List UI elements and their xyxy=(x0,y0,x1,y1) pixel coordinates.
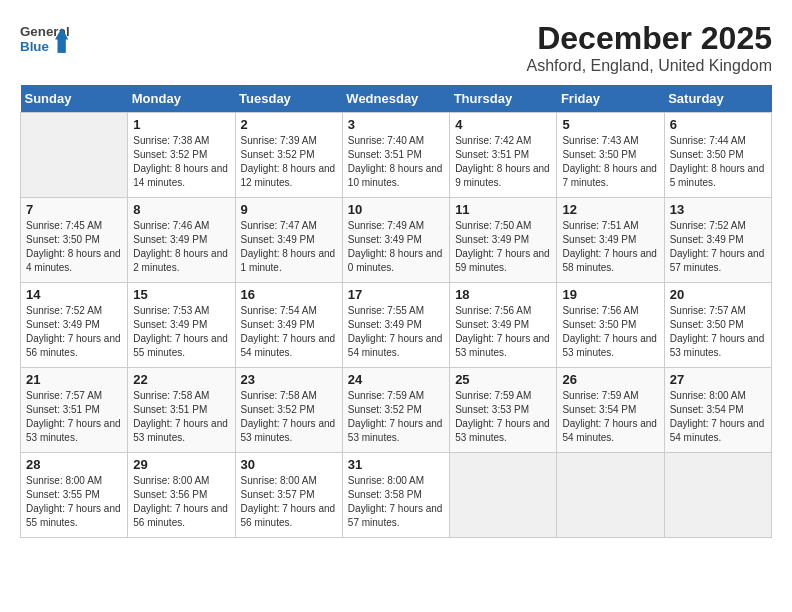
day-number: 12 xyxy=(562,202,658,217)
calendar-table: SundayMondayTuesdayWednesdayThursdayFrid… xyxy=(20,85,772,538)
calendar-cell: 15Sunrise: 7:53 AM Sunset: 3:49 PM Dayli… xyxy=(128,283,235,368)
day-number: 8 xyxy=(133,202,229,217)
calendar-cell: 22Sunrise: 7:58 AM Sunset: 3:51 PM Dayli… xyxy=(128,368,235,453)
day-number: 13 xyxy=(670,202,766,217)
calendar-location: Ashford, England, United Kingdom xyxy=(527,57,772,75)
calendar-cell: 25Sunrise: 7:59 AM Sunset: 3:53 PM Dayli… xyxy=(450,368,557,453)
cell-info: Sunrise: 7:38 AM Sunset: 3:52 PM Dayligh… xyxy=(133,134,229,190)
cell-info: Sunrise: 8:00 AM Sunset: 3:55 PM Dayligh… xyxy=(26,474,122,530)
day-number: 26 xyxy=(562,372,658,387)
logo-icon: General Blue xyxy=(20,20,70,60)
calendar-cell: 14Sunrise: 7:52 AM Sunset: 3:49 PM Dayli… xyxy=(21,283,128,368)
logo: General Blue xyxy=(20,20,70,60)
cell-info: Sunrise: 8:00 AM Sunset: 3:56 PM Dayligh… xyxy=(133,474,229,530)
cell-info: Sunrise: 7:51 AM Sunset: 3:49 PM Dayligh… xyxy=(562,219,658,275)
calendar-cell: 20Sunrise: 7:57 AM Sunset: 3:50 PM Dayli… xyxy=(664,283,771,368)
cell-info: Sunrise: 7:46 AM Sunset: 3:49 PM Dayligh… xyxy=(133,219,229,275)
calendar-cell: 7Sunrise: 7:45 AM Sunset: 3:50 PM Daylig… xyxy=(21,198,128,283)
day-number: 22 xyxy=(133,372,229,387)
day-number: 5 xyxy=(562,117,658,132)
page-header: General Blue December 2025 Ashford, Engl… xyxy=(20,20,772,75)
header-saturday: Saturday xyxy=(664,85,771,113)
calendar-cell: 3Sunrise: 7:40 AM Sunset: 3:51 PM Daylig… xyxy=(342,113,449,198)
svg-text:Blue: Blue xyxy=(20,39,49,54)
cell-info: Sunrise: 7:44 AM Sunset: 3:50 PM Dayligh… xyxy=(670,134,766,190)
calendar-cell: 28Sunrise: 8:00 AM Sunset: 3:55 PM Dayli… xyxy=(21,453,128,538)
day-number: 20 xyxy=(670,287,766,302)
calendar-cell: 9Sunrise: 7:47 AM Sunset: 3:49 PM Daylig… xyxy=(235,198,342,283)
day-number: 31 xyxy=(348,457,444,472)
day-number: 11 xyxy=(455,202,551,217)
calendar-cell: 5Sunrise: 7:43 AM Sunset: 3:50 PM Daylig… xyxy=(557,113,664,198)
day-number: 30 xyxy=(241,457,337,472)
day-number: 6 xyxy=(670,117,766,132)
calendar-cell: 18Sunrise: 7:56 AM Sunset: 3:49 PM Dayli… xyxy=(450,283,557,368)
cell-info: Sunrise: 7:56 AM Sunset: 3:49 PM Dayligh… xyxy=(455,304,551,360)
calendar-cell: 27Sunrise: 8:00 AM Sunset: 3:54 PM Dayli… xyxy=(664,368,771,453)
cell-info: Sunrise: 7:52 AM Sunset: 3:49 PM Dayligh… xyxy=(670,219,766,275)
header-wednesday: Wednesday xyxy=(342,85,449,113)
day-number: 7 xyxy=(26,202,122,217)
cell-info: Sunrise: 7:55 AM Sunset: 3:49 PM Dayligh… xyxy=(348,304,444,360)
calendar-cell: 30Sunrise: 8:00 AM Sunset: 3:57 PM Dayli… xyxy=(235,453,342,538)
cell-info: Sunrise: 8:00 AM Sunset: 3:58 PM Dayligh… xyxy=(348,474,444,530)
calendar-cell: 24Sunrise: 7:59 AM Sunset: 3:52 PM Dayli… xyxy=(342,368,449,453)
day-number: 17 xyxy=(348,287,444,302)
day-number: 19 xyxy=(562,287,658,302)
calendar-week-row: 14Sunrise: 7:52 AM Sunset: 3:49 PM Dayli… xyxy=(21,283,772,368)
cell-info: Sunrise: 7:56 AM Sunset: 3:50 PM Dayligh… xyxy=(562,304,658,360)
cell-info: Sunrise: 7:53 AM Sunset: 3:49 PM Dayligh… xyxy=(133,304,229,360)
cell-info: Sunrise: 7:57 AM Sunset: 3:51 PM Dayligh… xyxy=(26,389,122,445)
day-number: 27 xyxy=(670,372,766,387)
day-number: 3 xyxy=(348,117,444,132)
day-number: 18 xyxy=(455,287,551,302)
day-number: 23 xyxy=(241,372,337,387)
cell-info: Sunrise: 7:58 AM Sunset: 3:51 PM Dayligh… xyxy=(133,389,229,445)
calendar-cell: 6Sunrise: 7:44 AM Sunset: 3:50 PM Daylig… xyxy=(664,113,771,198)
day-number: 25 xyxy=(455,372,551,387)
calendar-cell xyxy=(21,113,128,198)
cell-info: Sunrise: 7:58 AM Sunset: 3:52 PM Dayligh… xyxy=(241,389,337,445)
calendar-cell: 21Sunrise: 7:57 AM Sunset: 3:51 PM Dayli… xyxy=(21,368,128,453)
calendar-cell: 23Sunrise: 7:58 AM Sunset: 3:52 PM Dayli… xyxy=(235,368,342,453)
cell-info: Sunrise: 8:00 AM Sunset: 3:57 PM Dayligh… xyxy=(241,474,337,530)
calendar-cell: 4Sunrise: 7:42 AM Sunset: 3:51 PM Daylig… xyxy=(450,113,557,198)
calendar-cell: 8Sunrise: 7:46 AM Sunset: 3:49 PM Daylig… xyxy=(128,198,235,283)
calendar-cell: 10Sunrise: 7:49 AM Sunset: 3:49 PM Dayli… xyxy=(342,198,449,283)
header-thursday: Thursday xyxy=(450,85,557,113)
cell-info: Sunrise: 7:57 AM Sunset: 3:50 PM Dayligh… xyxy=(670,304,766,360)
svg-marker-2 xyxy=(58,38,66,53)
calendar-cell: 19Sunrise: 7:56 AM Sunset: 3:50 PM Dayli… xyxy=(557,283,664,368)
calendar-week-row: 21Sunrise: 7:57 AM Sunset: 3:51 PM Dayli… xyxy=(21,368,772,453)
calendar-header-row: SundayMondayTuesdayWednesdayThursdayFrid… xyxy=(21,85,772,113)
header-sunday: Sunday xyxy=(21,85,128,113)
calendar-cell: 31Sunrise: 8:00 AM Sunset: 3:58 PM Dayli… xyxy=(342,453,449,538)
cell-info: Sunrise: 7:49 AM Sunset: 3:49 PM Dayligh… xyxy=(348,219,444,275)
calendar-cell xyxy=(664,453,771,538)
cell-info: Sunrise: 8:00 AM Sunset: 3:54 PM Dayligh… xyxy=(670,389,766,445)
calendar-title: December 2025 xyxy=(527,20,772,57)
title-block: December 2025 Ashford, England, United K… xyxy=(527,20,772,75)
cell-info: Sunrise: 7:45 AM Sunset: 3:50 PM Dayligh… xyxy=(26,219,122,275)
calendar-cell xyxy=(557,453,664,538)
cell-info: Sunrise: 7:42 AM Sunset: 3:51 PM Dayligh… xyxy=(455,134,551,190)
day-number: 9 xyxy=(241,202,337,217)
calendar-cell: 11Sunrise: 7:50 AM Sunset: 3:49 PM Dayli… xyxy=(450,198,557,283)
calendar-cell: 2Sunrise: 7:39 AM Sunset: 3:52 PM Daylig… xyxy=(235,113,342,198)
calendar-cell xyxy=(450,453,557,538)
header-monday: Monday xyxy=(128,85,235,113)
calendar-cell: 16Sunrise: 7:54 AM Sunset: 3:49 PM Dayli… xyxy=(235,283,342,368)
calendar-cell: 1Sunrise: 7:38 AM Sunset: 3:52 PM Daylig… xyxy=(128,113,235,198)
calendar-week-row: 28Sunrise: 8:00 AM Sunset: 3:55 PM Dayli… xyxy=(21,453,772,538)
cell-info: Sunrise: 7:39 AM Sunset: 3:52 PM Dayligh… xyxy=(241,134,337,190)
cell-info: Sunrise: 7:54 AM Sunset: 3:49 PM Dayligh… xyxy=(241,304,337,360)
cell-info: Sunrise: 7:50 AM Sunset: 3:49 PM Dayligh… xyxy=(455,219,551,275)
cell-info: Sunrise: 7:40 AM Sunset: 3:51 PM Dayligh… xyxy=(348,134,444,190)
calendar-cell: 12Sunrise: 7:51 AM Sunset: 3:49 PM Dayli… xyxy=(557,198,664,283)
calendar-cell: 17Sunrise: 7:55 AM Sunset: 3:49 PM Dayli… xyxy=(342,283,449,368)
cell-info: Sunrise: 7:47 AM Sunset: 3:49 PM Dayligh… xyxy=(241,219,337,275)
day-number: 15 xyxy=(133,287,229,302)
day-number: 2 xyxy=(241,117,337,132)
day-number: 10 xyxy=(348,202,444,217)
day-number: 29 xyxy=(133,457,229,472)
